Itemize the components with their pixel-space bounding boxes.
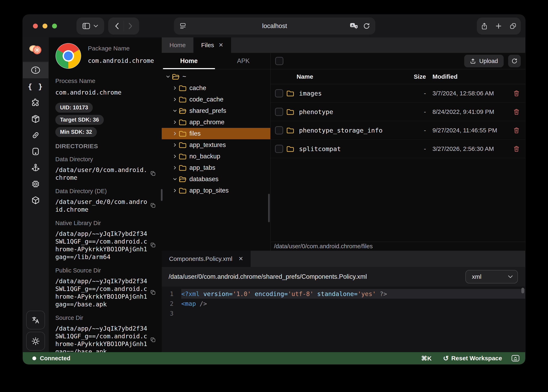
chevron-expanded-icon[interactable] — [171, 177, 178, 181]
rail-item-anchor[interactable] — [23, 160, 48, 176]
code-line[interactable]: 1<?xml version='1.0' encoding='utf-8' st… — [162, 289, 525, 299]
directory-value: /data/app/~~yJqIk7ybd2f34SWL1QGF_g==/com… — [55, 277, 148, 308]
rail-button-brightness[interactable] — [26, 332, 45, 350]
file-name[interactable]: phenotype_storage_info — [299, 127, 413, 134]
keyboard-panel-icon[interactable] — [511, 355, 520, 362]
row-checkbox[interactable] — [275, 126, 283, 134]
copy-button[interactable] — [150, 337, 156, 344]
sidebar-toggle-button[interactable] — [77, 17, 104, 35]
tab-files[interactable]: Files ✕ — [193, 37, 231, 53]
rail-button-translate[interactable] — [26, 311, 45, 329]
reload-icon[interactable] — [363, 22, 370, 29]
upload-button[interactable]: Upload — [464, 55, 504, 67]
refresh-button[interactable] — [508, 55, 521, 67]
delete-button[interactable] — [508, 109, 525, 115]
code-editor[interactable]: 1<?xml version='1.0' encoding='utf-8' st… — [162, 287, 525, 352]
package-name-label: Package Name — [88, 45, 154, 52]
copy-button[interactable] — [150, 242, 156, 249]
rail-item-info[interactable] — [23, 62, 48, 78]
code-line[interactable]: 2<map /> — [162, 299, 525, 308]
tree-item-shared_prefs[interactable]: shared_prefs — [162, 105, 270, 117]
reset-workspace-button[interactable]: ↺ Reset Workspace — [443, 355, 502, 362]
chevron-expanded-icon[interactable] — [164, 74, 171, 79]
file-row-phenotype_storage_info[interactable]: phenotype_storage_info-9/27/2024, 11:46:… — [270, 121, 525, 140]
file-row-images[interactable]: images-3/7/2024, 12:58:06 AM — [270, 84, 525, 103]
file-row-splitcompat[interactable]: splitcompat-3/27/2026, 2:56:30 AM — [270, 140, 525, 158]
address-bar[interactable]: localhost A x — [174, 17, 375, 35]
translate-icon[interactable]: A x — [350, 22, 358, 29]
chevron-expanded-icon[interactable] — [171, 109, 178, 113]
tree-item-cache[interactable]: cache — [162, 82, 270, 94]
chevron-collapsed-icon[interactable] — [171, 86, 178, 90]
select-all-checkbox[interactable] — [275, 57, 283, 65]
delete-button[interactable] — [508, 90, 525, 96]
tab-overview-icon[interactable] — [510, 23, 516, 29]
chevron-collapsed-icon[interactable] — [171, 188, 178, 193]
column-modified[interactable]: Modified — [433, 73, 508, 80]
folder-icon — [286, 145, 294, 152]
chevron-collapsed-icon[interactable] — [171, 143, 178, 147]
tree-item-files[interactable]: files — [162, 128, 270, 139]
chevron-collapsed-icon[interactable] — [171, 120, 178, 125]
chevron-collapsed-icon[interactable] — [171, 97, 178, 102]
editor-tab[interactable]: Components.Policy.xml ✕ — [162, 251, 251, 267]
tree-item-app_chrome[interactable]: app_chrome — [162, 117, 270, 128]
app-logo[interactable] — [23, 37, 48, 61]
minimize-window-button[interactable] — [43, 24, 47, 28]
rail-item-package-box[interactable] — [23, 111, 48, 127]
folder-icon — [286, 90, 294, 97]
tab-home[interactable]: Home — [162, 37, 193, 53]
tree-item-app_tabs[interactable]: app_tabs — [162, 162, 270, 174]
copy-button[interactable] — [150, 202, 156, 209]
file-name[interactable]: images — [299, 90, 413, 97]
tree-item-code_cache[interactable]: code_cache — [162, 94, 270, 105]
row-checkbox[interactable] — [275, 145, 283, 153]
copy-button[interactable] — [150, 170, 156, 177]
forward-icon[interactable] — [128, 22, 133, 29]
rail-item-unity-cube[interactable] — [23, 192, 48, 208]
language-select[interactable]: xml — [465, 270, 518, 283]
back-icon[interactable] — [114, 22, 120, 29]
code-line[interactable]: 3 — [162, 308, 525, 318]
tree-item-databases[interactable]: databases — [162, 174, 270, 185]
tree-item-app_textures[interactable]: app_textures — [162, 139, 270, 151]
mode-tab-apk[interactable]: APK — [216, 53, 271, 69]
rail-item-puzzle[interactable] — [23, 95, 48, 111]
rail-item-device[interactable] — [23, 143, 48, 160]
chevron-collapsed-icon[interactable] — [171, 154, 178, 159]
tree-item-app_top_sites[interactable]: app_top_sites — [162, 185, 270, 196]
file-name[interactable]: phenotype — [299, 108, 413, 115]
new-tab-icon[interactable] — [496, 23, 502, 29]
rail-item-link[interactable] — [23, 127, 48, 143]
window-controls — [33, 24, 57, 28]
rail-item-braces[interactable]: { } — [23, 78, 48, 95]
tree-scrollbar[interactable] — [268, 194, 270, 222]
column-size[interactable]: Size — [413, 73, 426, 80]
panel-resize-handle[interactable] — [161, 189, 163, 201]
chevron-collapsed-icon[interactable] — [171, 166, 178, 170]
tree-item-home[interactable]: ~ — [162, 71, 270, 82]
url-text[interactable]: localhost — [174, 22, 375, 30]
language-select-value: xml — [472, 273, 508, 280]
mode-tab-home[interactable]: Home — [162, 53, 216, 69]
chevron-collapsed-icon[interactable] — [171, 131, 178, 136]
row-checkbox[interactable] — [275, 108, 283, 116]
file-row-phenotype[interactable]: phenotype-8/24/2022, 9:41:09 PM — [270, 103, 525, 121]
directory-value: /data/user_de/0/com.android.chrome — [55, 198, 148, 213]
tree-item-no_backup[interactable]: no_backup — [162, 151, 270, 162]
close-editor-tab-icon[interactable]: ✕ — [238, 256, 243, 262]
rail-item-chip[interactable] — [23, 176, 48, 192]
row-checkbox[interactable] — [275, 89, 283, 97]
close-window-button[interactable] — [33, 24, 38, 28]
delete-button[interactable] — [508, 127, 525, 133]
grapefruit-logo-icon — [29, 44, 42, 55]
editor-scrollbar[interactable] — [521, 288, 524, 293]
column-name[interactable]: Name — [297, 73, 413, 80]
close-tab-icon[interactable]: ✕ — [219, 42, 223, 48]
maximize-window-button[interactable] — [52, 24, 57, 28]
delete-button[interactable] — [508, 146, 525, 152]
file-name[interactable]: splitcompat — [299, 145, 413, 153]
file-table-panel: Name Size Modified images-3/7/2024, 12:5… — [270, 69, 525, 242]
share-icon[interactable] — [481, 22, 487, 30]
copy-button[interactable] — [150, 289, 156, 296]
